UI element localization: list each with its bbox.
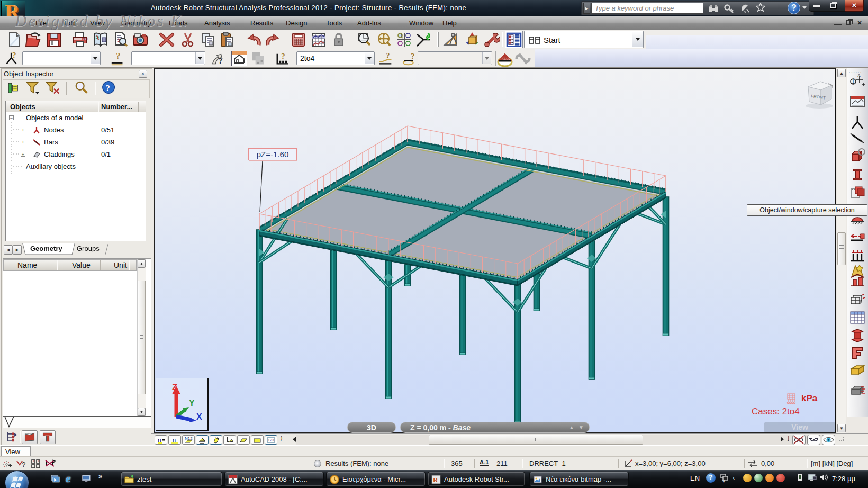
svg-text:Y: Y [189,399,195,408]
svg-text:R: R [433,476,438,484]
svg-text:?: ? [12,51,16,59]
svg-text:X: X [196,412,202,421]
svg-text:Z: Z [172,382,177,392]
svg-text:1: 1 [852,79,855,85]
svg-text:?: ? [116,51,120,60]
svg-text:123: 123 [268,438,274,442]
svg-text:?: ? [386,51,390,60]
svg-text:PRN: PRN [82,38,88,41]
svg-text:?: ? [281,52,285,60]
svg-text:?: ? [411,52,415,60]
svg-text:?: ? [219,57,222,65]
svg-text:?: ? [22,460,25,468]
svg-text:A: A [857,73,861,78]
